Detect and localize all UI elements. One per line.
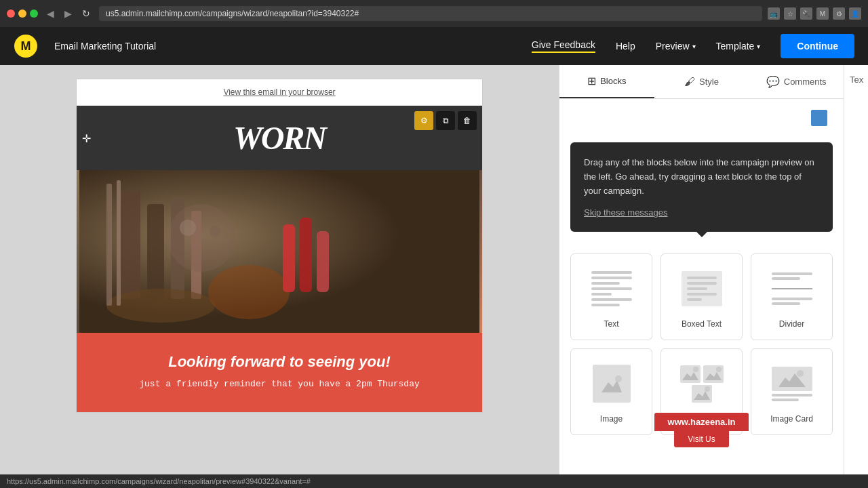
svg-rect-10	[300, 218, 312, 292]
forward-button[interactable]: ▶	[61, 7, 75, 20]
block-item-text[interactable]: Text	[570, 253, 652, 340]
right-panel: ⊞ Blocks 🖌 Style 💬 Comments Drag any of …	[559, 65, 844, 488]
svg-text:M: M	[21, 39, 31, 53]
email-container: View this email in your browser ✛ ⚙ ⧉ 🗑 …	[76, 79, 483, 413]
browser-toolbar-icons: 📺 ☆ 🔌 M ⚙ 👤	[768, 7, 861, 20]
image-block-label: Image	[600, 414, 623, 424]
app-header: M Email Marketing Tutorial Give Feedback…	[0, 27, 868, 65]
preview-line	[772, 399, 799, 401]
text-block-label: Text	[604, 319, 618, 329]
preview-line	[591, 271, 632, 274]
image-card-block-label: Image Card	[770, 414, 813, 424]
svg-rect-12	[106, 184, 112, 306]
preview-line	[772, 298, 812, 300]
extension-icon-3[interactable]: ⚙	[833, 7, 845, 20]
image-block-preview	[588, 360, 635, 407]
tex-partial-tab: Tex	[844, 65, 868, 488]
tab-blocks[interactable]: ⊞ Blocks	[559, 65, 654, 98]
svg-point-7	[106, 289, 215, 323]
tab-style[interactable]: 🖌 Style	[654, 65, 749, 98]
svg-point-16	[210, 226, 220, 237]
svg-rect-13	[117, 180, 121, 306]
svg-point-8	[208, 265, 290, 319]
preview-line	[687, 282, 717, 285]
email-image-block[interactable]	[77, 170, 482, 333]
preview-line	[687, 277, 717, 279]
extension-icon-1[interactable]: 🔌	[800, 7, 812, 20]
color-swatch[interactable]	[811, 110, 827, 126]
boxed-text-block-preview	[678, 265, 726, 312]
browser-chrome: ◀ ▶ ↻ us5.admin.mailchimp.com/campaigns/…	[0, 0, 868, 27]
move-handle-icon[interactable]: ✛	[82, 131, 91, 144]
template-chevron-icon: ▾	[757, 43, 760, 50]
email-text-block[interactable]: Looking forward to seeing you! just a fr…	[77, 333, 482, 412]
main-layout: View this email in your browser ✛ ⚙ ⧉ 🗑 …	[0, 65, 868, 488]
preview-line	[772, 302, 800, 305]
svg-point-31	[797, 370, 804, 377]
give-feedback-link[interactable]: Give Feedback	[532, 39, 595, 53]
svg-point-28	[705, 386, 710, 392]
preview-line	[591, 277, 632, 279]
makeup-photo	[77, 170, 482, 333]
bookmark-icon[interactable]: ☆	[784, 7, 796, 20]
back-button[interactable]: ◀	[43, 7, 58, 20]
preview-line	[772, 394, 812, 396]
block-item-divider[interactable]: Divider	[751, 253, 833, 340]
svg-rect-4	[147, 204, 164, 299]
profile-icon[interactable]: 👤	[849, 7, 861, 20]
image-group-block-preview	[678, 360, 726, 407]
text-block-preview	[588, 265, 635, 312]
block-duplicate-button[interactable]: ⧉	[436, 111, 455, 130]
reload-button[interactable]: ↻	[79, 7, 94, 20]
watermark-cta: Visit Us	[674, 431, 728, 447]
close-window-button[interactable]	[7, 9, 15, 18]
style-brush-icon: 🖌	[684, 76, 695, 88]
email-browser-link-bar: View this email in your browser	[77, 79, 482, 106]
preview-line	[687, 293, 717, 296]
tooltip-message: Drag any of the blocks below into the ca…	[584, 156, 819, 198]
block-item-boxed-text[interactable]: Boxed Text	[660, 253, 743, 340]
minimize-window-button[interactable]	[18, 9, 26, 18]
svg-rect-9	[283, 224, 295, 292]
header-navigation: Give Feedback Help Preview ▾ Template ▾ …	[532, 34, 854, 58]
template-dropdown[interactable]: Template ▾	[716, 41, 761, 52]
block-item-image-card[interactable]: Image Card	[751, 348, 833, 435]
status-bar: https://us5.admin.mailchimp.com/campaign…	[0, 474, 868, 488]
svg-rect-11	[317, 231, 329, 292]
preview-line	[591, 304, 620, 306]
block-settings-button[interactable]: ⚙	[414, 111, 433, 130]
brand-logo-text: WORN	[233, 119, 326, 157]
tooltip-popup: Drag any of the blocks below into the ca…	[570, 142, 833, 232]
view-in-browser-link[interactable]: View this email in your browser	[223, 87, 335, 97]
boxed-text-block-label: Boxed Text	[682, 319, 722, 329]
email-header-block[interactable]: ✛ ⚙ ⧉ 🗑 WORN	[77, 106, 482, 170]
mailchimp-logo[interactable]: M	[14, 33, 41, 60]
divider-block-preview	[768, 265, 816, 312]
skip-messages-link[interactable]: Skip these messages	[584, 207, 668, 218]
help-link[interactable]: Help	[616, 41, 635, 52]
watermark-url: www.hazeena.in	[654, 413, 749, 431]
tab-comments[interactable]: 💬 Comments	[749, 65, 844, 98]
continue-button[interactable]: Continue	[781, 34, 854, 58]
image-card-block-preview	[768, 360, 816, 407]
preview-chevron-icon: ▾	[692, 43, 696, 50]
panel-tabs: ⊞ Blocks 🖌 Style 💬 Comments	[559, 65, 844, 99]
status-bar-url: https://us5.admin.mailchimp.com/campaign…	[7, 477, 311, 485]
comments-bubble-icon: 💬	[766, 75, 780, 88]
preview-line	[772, 277, 800, 280]
preview-dropdown[interactable]: Preview ▾	[656, 41, 696, 52]
preview-line	[591, 298, 632, 301]
preview-line	[772, 272, 812, 275]
extension-icon-2[interactable]: M	[816, 7, 829, 20]
email-preview-panel[interactable]: View this email in your browser ✛ ⚙ ⧉ 🗑 …	[0, 65, 559, 488]
block-delete-button[interactable]: 🗑	[458, 111, 477, 130]
svg-rect-3	[120, 190, 140, 299]
svg-point-19	[615, 375, 622, 382]
maximize-window-button[interactable]	[30, 9, 38, 18]
address-bar[interactable]: us5.admin.mailchimp.com/campaigns/wizard…	[99, 6, 762, 21]
block-toolbar: ⚙ ⧉ 🗑	[414, 111, 477, 130]
preview-line	[591, 293, 612, 296]
preview-line	[591, 282, 620, 285]
block-item-image[interactable]: Image	[570, 348, 652, 435]
cast-icon[interactable]: 📺	[768, 7, 780, 20]
